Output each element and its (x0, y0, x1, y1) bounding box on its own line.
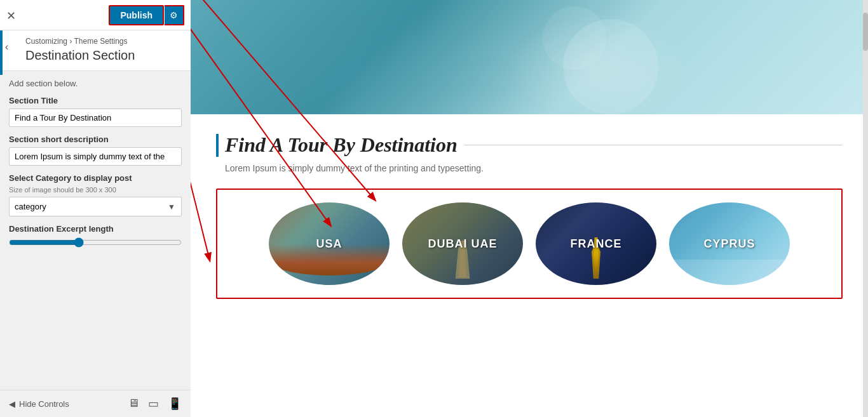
destination-description: Lorem Ipsum is simply dummy text of the … (225, 163, 843, 173)
scrollbar[interactable] (863, 0, 868, 417)
device-icons: 🖥 ▭ 📱 (128, 397, 182, 411)
destinations-box: USA DUBAI UAE FRANCE CYPRUS (216, 189, 843, 299)
top-bar: ✕ Publish ⚙ (0, 0, 191, 30)
form-area: Add section below. Section Title Section… (0, 71, 191, 390)
gear-button[interactable]: ⚙ (165, 5, 184, 25)
hide-controls-icon: ◀ (9, 399, 15, 409)
breadcrumb-theme-settings[interactable]: Theme Settings (74, 37, 128, 46)
preview-area: Find A Tour By Destination Lorem Ipsum i… (191, 0, 868, 417)
add-section-note: Add section below. (9, 79, 182, 88)
excerpt-slider[interactable] (9, 237, 182, 248)
section-heading: Destination Section (25, 48, 135, 63)
close-button[interactable]: ✕ (6, 9, 16, 23)
destination-label-cyprus: CYPRUS (703, 237, 755, 251)
destination-label-france: FRANCE (571, 237, 622, 251)
destination-card-usa[interactable]: USA (269, 202, 390, 285)
destination-card-cyprus[interactable]: CYPRUS (669, 202, 790, 285)
hide-controls-button[interactable]: ◀ Hide Controls (9, 399, 69, 409)
destination-label-usa: USA (316, 237, 342, 251)
mobile-icon[interactable]: 📱 (168, 397, 182, 411)
breadcrumb-separator: › (69, 37, 74, 46)
select-category-note: Size of image should be 300 x 300 (9, 186, 182, 194)
destination-card-dubai[interactable]: DUBAI UAE (402, 202, 523, 285)
short-desc-label: Section short description (9, 135, 182, 144)
scrollbar-thumb[interactable] (863, 13, 868, 51)
heading-left-bar (216, 134, 219, 157)
breadcrumb-customizing[interactable]: Customizing (25, 37, 67, 46)
main-content-section: Find A Tour By Destination Lorem Ipsum i… (191, 114, 868, 417)
section-title-input[interactable] (9, 109, 182, 127)
blue-indicator (0, 30, 3, 75)
heading-right-bar (464, 145, 843, 145)
destinations-row: USA DUBAI UAE FRANCE CYPRUS (227, 202, 831, 285)
heading-wrap: Find A Tour By Destination (216, 133, 843, 157)
publish-button[interactable]: Publish (109, 5, 164, 25)
destination-card-france[interactable]: FRANCE (536, 202, 656, 285)
destination-label-dubai: DUBAI UAE (428, 237, 497, 251)
hero-banner (191, 0, 868, 114)
customizer-panel: ✕ Publish ⚙ ‹ Customizing › Theme Settin… (0, 0, 191, 417)
excerpt-slider-wrap (9, 237, 182, 250)
desktop-icon[interactable]: 🖥 (128, 397, 139, 411)
breadcrumb-area: ‹ Customizing › Theme Settings Destinati… (0, 30, 191, 71)
hero-overlay (191, 0, 868, 114)
breadcrumb: Customizing › Theme Settings (25, 37, 135, 46)
select-category-label: Select Category to display post (9, 173, 182, 183)
section-title-label: Section Title (9, 96, 182, 105)
category-select[interactable]: category tours destinations (9, 197, 182, 216)
bottom-bar: ◀ Hide Controls 🖥 ▭ 📱 (0, 390, 191, 417)
category-select-wrap: category tours destinations ▼ (9, 197, 182, 216)
tablet-icon[interactable]: ▭ (148, 397, 159, 411)
destination-heading: Find A Tour By Destination (225, 133, 458, 157)
back-button[interactable]: ‹ (5, 41, 8, 53)
short-desc-input[interactable] (9, 147, 182, 166)
excerpt-label: Destination Excerpt length (9, 224, 182, 234)
hide-controls-label: Hide Controls (19, 399, 69, 409)
